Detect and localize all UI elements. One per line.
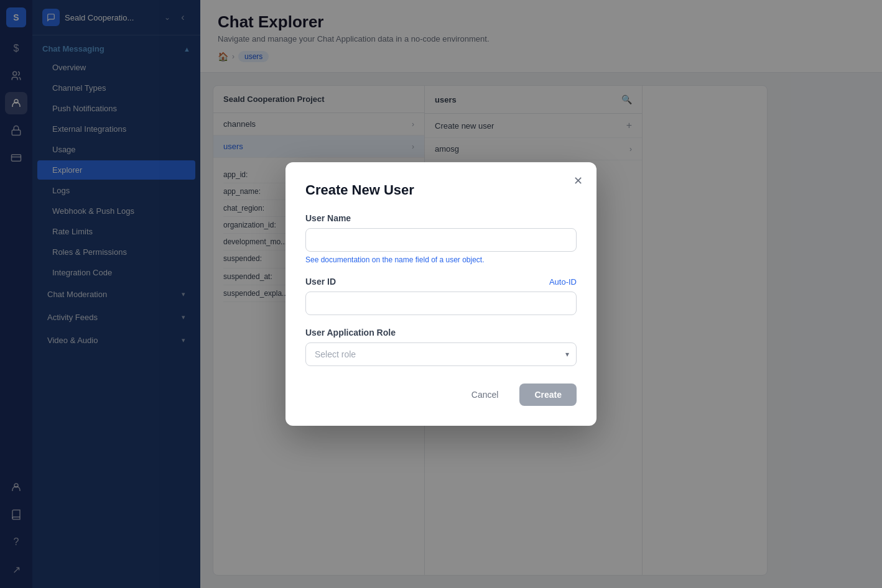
userid-label-row: User ID Auto-ID	[305, 277, 577, 287]
role-select[interactable]: Select role Admin Moderator User Guest	[305, 342, 577, 366]
create-user-modal: ✕ Create New User User Name See document…	[285, 162, 597, 426]
username-label: User Name	[305, 213, 577, 223]
userid-form-group: User ID Auto-ID	[305, 277, 577, 315]
modal-overlay[interactable]: ✕ Create New User User Name See document…	[0, 0, 882, 588]
modal-close-button[interactable]: ✕	[569, 172, 587, 190]
modal-footer: Cancel Create	[305, 384, 577, 406]
modal-title: Create New User	[305, 182, 577, 198]
userid-input[interactable]	[305, 292, 577, 315]
role-form-group: User Application Role Select role Admin …	[305, 328, 577, 366]
role-select-wrapper: Select role Admin Moderator User Guest ▾	[305, 342, 577, 366]
userid-label: User ID	[305, 277, 336, 287]
cancel-button[interactable]: Cancel	[458, 384, 513, 406]
username-input[interactable]	[305, 228, 577, 252]
role-label: User Application Role	[305, 328, 577, 338]
username-form-group: User Name See documentation on the name …	[305, 213, 577, 264]
username-help-link[interactable]: See documentation on the name field of a…	[305, 255, 577, 264]
create-button[interactable]: Create	[519, 384, 577, 406]
auto-id-link[interactable]: Auto-ID	[549, 277, 577, 287]
